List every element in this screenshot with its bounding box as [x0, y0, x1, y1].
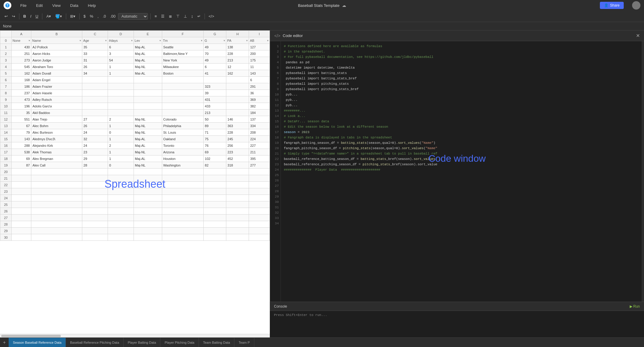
cell-H-30[interactable]	[226, 234, 249, 241]
menu-data[interactable]: Data	[68, 2, 80, 9]
table-row[interactable]: 24	[0, 195, 270, 201]
cell-E-20[interactable]	[134, 169, 162, 175]
cell-F-30[interactable]	[162, 234, 203, 241]
cell-G-21[interactable]	[204, 175, 226, 182]
cell-I-24[interactable]	[249, 195, 270, 201]
cell-F-23[interactable]	[162, 188, 203, 195]
cell-F-25[interactable]	[162, 201, 203, 208]
cell-C-27[interactable]	[82, 215, 108, 221]
cell-I-13[interactable]: 334	[249, 123, 270, 129]
cell-E-25[interactable]	[134, 201, 162, 208]
cell-H-9[interactable]	[226, 96, 249, 103]
cell-G-25[interactable]	[204, 201, 226, 208]
cell-F-10[interactable]	[162, 103, 203, 110]
cell-B-26[interactable]	[31, 208, 82, 215]
cell-C-11[interactable]	[82, 110, 108, 116]
cell-I-12[interactable]: 137	[249, 116, 270, 123]
cell-B-29[interactable]	[31, 228, 82, 234]
cell-I-16[interactable]: 227	[249, 142, 270, 149]
cell-C-20[interactable]	[82, 169, 108, 175]
cell-C-18[interactable]: 29	[82, 155, 108, 162]
table-row[interactable]: 7186Adam Frazier323291	[0, 83, 270, 90]
cell-I-9[interactable]: 369	[249, 96, 270, 103]
cell-C-1[interactable]: 35	[82, 44, 108, 50]
cell-C-29[interactable]	[82, 228, 108, 234]
cell-E-24[interactable]	[134, 195, 162, 201]
cell-I-1[interactable]: 127	[249, 44, 270, 50]
cell-A-11[interactable]: 35	[12, 110, 31, 116]
cell-I-3[interactable]: 175	[249, 57, 270, 64]
col-header-H[interactable]: H	[226, 31, 249, 37]
cell-I-18[interactable]: 395	[249, 155, 270, 162]
cell-F-28[interactable]	[162, 221, 203, 228]
cell-B-3[interactable]: Aaron Judge	[31, 57, 82, 64]
cell-D-24[interactable]	[108, 195, 134, 201]
close-code-editor-button[interactable]: ✕	[636, 33, 640, 38]
cell-F-27[interactable]	[162, 215, 203, 221]
table-row[interactable]: 25	[0, 201, 270, 208]
cell-I-20[interactable]	[249, 169, 270, 175]
cell-E-18[interactable]: Maj-AL	[134, 155, 162, 162]
table-row[interactable]: 1987Alex Call280Maj-NLWashington82318277	[0, 162, 270, 169]
cell-E-10[interactable]	[134, 103, 162, 110]
col-filter-A[interactable]: None▾	[12, 37, 31, 44]
cell-A-9[interactable]: 473	[12, 96, 31, 103]
table-row[interactable]: 20	[0, 169, 270, 175]
cell-A-13[interactable]: 67	[12, 123, 31, 129]
cell-A-1[interactable]: 430	[12, 44, 31, 50]
cell-E-3[interactable]: Maj-AL	[134, 57, 162, 64]
decimal-button[interactable]: .0	[101, 13, 108, 19]
cell-C-5[interactable]: 34	[82, 70, 108, 77]
cell-A-27[interactable]	[12, 215, 31, 221]
tab-player-pitching-data[interactable]: Player Pitching Data	[160, 338, 199, 347]
menu-help[interactable]: Help	[86, 2, 98, 9]
cell-D-10[interactable]	[108, 103, 134, 110]
cell-H-15[interactable]: 245	[226, 136, 249, 142]
cell-I-26[interactable]	[249, 208, 270, 215]
cell-H-10[interactable]	[226, 103, 249, 110]
cell-F-5[interactable]: Boston	[162, 70, 203, 77]
cell-B-11[interactable]: Akil Baddoo	[31, 110, 82, 116]
cell-G-1[interactable]: 49	[204, 44, 226, 50]
cell-F-29[interactable]	[162, 228, 203, 234]
cell-C-30[interactable]	[82, 234, 108, 241]
cell-D-13[interactable]: 1	[108, 123, 134, 129]
fill-color-button[interactable]: 🪣▾	[54, 13, 64, 19]
cell-D-28[interactable]	[108, 221, 134, 228]
cell-G-24[interactable]	[204, 195, 226, 201]
cell-E-11[interactable]	[134, 110, 162, 116]
cell-C-17[interactable]: 23	[82, 149, 108, 155]
comma-button[interactable]: ,	[96, 13, 100, 19]
cell-G-30[interactable]	[204, 234, 226, 241]
cell-D-25[interactable]	[108, 201, 134, 208]
cell-D-12[interactable]: 2	[108, 116, 134, 123]
cell-H-6[interactable]	[226, 77, 249, 83]
cell-E-23[interactable]	[134, 188, 162, 195]
table-row[interactable]: 17538Alek Thomas231Maj-NLArizona69223211	[0, 149, 270, 155]
cell-B-21[interactable]	[31, 175, 82, 182]
align-right-button[interactable]: ≣	[167, 13, 174, 19]
cell-H-7[interactable]	[226, 83, 249, 90]
tab-season-baseball-reference-data[interactable]: Season Baseball Reference Data	[9, 338, 66, 347]
table-row[interactable]: 8237Adam Hasele3936	[0, 90, 270, 96]
cell-G-5[interactable]: 41	[204, 70, 226, 77]
cell-H-29[interactable]	[226, 228, 249, 234]
cell-D-1[interactable]: 6	[108, 44, 134, 50]
cell-D-21[interactable]	[108, 175, 134, 182]
align-top-button[interactable]: ⊤	[175, 13, 181, 19]
table-row[interactable]: 1135Akil Baddoo213184	[0, 110, 270, 116]
cell-D-8[interactable]	[108, 90, 134, 96]
cell-E-17[interactable]: Maj-NL	[134, 149, 162, 155]
table-row[interactable]: 3273Aaron Judge3154Maj-ALNew York4921317…	[0, 57, 270, 64]
cell-H-28[interactable]	[226, 221, 249, 228]
table-row[interactable]: 23	[0, 188, 270, 195]
cell-H-2[interactable]: 228	[226, 50, 249, 57]
cell-G-16[interactable]: 76	[204, 142, 226, 149]
cell-F-14[interactable]: St. Louis	[162, 129, 203, 136]
cell-D-15[interactable]: 1	[108, 136, 134, 142]
italic-button[interactable]: I	[29, 13, 33, 19]
cell-E-29[interactable]	[134, 228, 162, 234]
horizontal-scrollbar[interactable]	[0, 334, 270, 337]
percent-button[interactable]: %	[88, 13, 95, 19]
col-filter-G[interactable]: G▾	[204, 37, 226, 44]
